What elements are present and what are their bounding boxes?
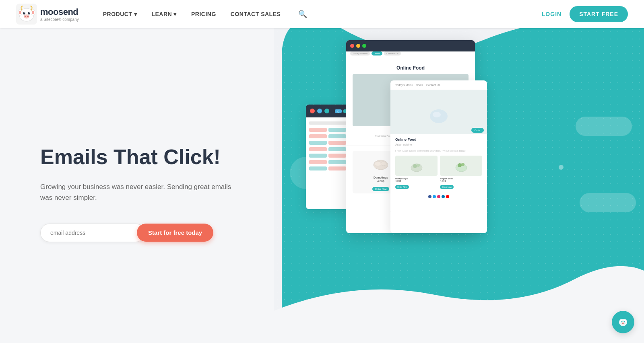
email-food-title: Online Food xyxy=(353,65,469,71)
ss-close-btn xyxy=(310,109,315,113)
svg-point-22 xyxy=(375,161,381,166)
fc-items: Dumplings 4.80$ Order Now xyxy=(395,156,482,189)
svg-point-6 xyxy=(23,12,25,14)
svg-point-9 xyxy=(29,12,30,13)
hero-section: Emails That Click! Growing your business… xyxy=(0,28,644,343)
fc-desc: Fresh Asian cuisine delivered to your do… xyxy=(395,149,482,152)
logo[interactable]: moosend a Sitecore® company xyxy=(16,4,79,25)
nav-product[interactable]: PRODUCT ▾ xyxy=(103,11,137,17)
nav-links: PRODUCT ▾ LEARN ▾ PRICING CONTACT SALES … xyxy=(103,10,542,18)
svg-point-7 xyxy=(28,12,30,14)
nav-pricing[interactable]: PRICING xyxy=(191,11,216,17)
chat-icon xyxy=(617,316,629,328)
fc-social-ig xyxy=(437,195,440,198)
mockup-container: ◻ ◻ ◻ xyxy=(314,40,483,314)
email-tab-contact: Contact Us xyxy=(384,51,401,55)
fc-item-1-img xyxy=(395,156,438,176)
fc-nav-contact: Contact Us xyxy=(426,84,440,86)
decorative-dot-1 xyxy=(559,165,564,170)
hero-form: Start for free today xyxy=(40,224,242,242)
hero-right: ◻ ◻ ◻ xyxy=(274,28,644,343)
start-free-button[interactable]: START FREE xyxy=(570,6,628,22)
cta-button[interactable]: Start for free today xyxy=(137,224,213,242)
svg-point-8 xyxy=(24,12,25,13)
svg-point-4 xyxy=(19,11,21,14)
email-min-btn xyxy=(356,44,360,48)
svg-point-43 xyxy=(622,323,623,324)
hero-subtitle: Growing your business was never easier. … xyxy=(40,181,233,203)
svg-point-30 xyxy=(433,112,441,117)
dumpling-order-btn: Order Now xyxy=(372,187,389,191)
svg-point-40 xyxy=(621,321,623,322)
svg-point-12 xyxy=(27,16,29,17)
fc-item-1-btn: Order Now xyxy=(395,185,409,189)
fc-content: Online Food Asian cuisine Fresh Asian cu… xyxy=(390,134,487,193)
search-icon[interactable]: 🔍 xyxy=(298,10,307,18)
nav-learn[interactable]: LEARN ▾ xyxy=(151,11,177,17)
email-tab-deals: Deals xyxy=(372,51,382,55)
decorative-pill-2 xyxy=(580,193,636,212)
chat-button[interactable] xyxy=(612,311,634,333)
fc-header-img: Order xyxy=(390,90,487,134)
brand-name: moosend xyxy=(40,7,79,17)
ss-max-btn xyxy=(324,109,329,113)
fc-title: Online Food xyxy=(395,138,482,142)
logo-text: moosend a Sitecore® company xyxy=(40,7,79,22)
fc-social-fb xyxy=(428,195,431,198)
floating-card: Today's Menu Deals Contact Us Order Onli… xyxy=(390,80,487,233)
fc-social-yt xyxy=(446,195,449,198)
fc-nav-menu: Today's Menu xyxy=(395,84,413,86)
fc-item-2-img xyxy=(440,156,482,176)
svg-point-41 xyxy=(624,321,625,322)
svg-point-44 xyxy=(623,323,624,324)
fc-nav-deals: Deals xyxy=(416,84,423,86)
navbar: moosend a Sitecore® company PRODUCT ▾ LE… xyxy=(0,0,644,28)
email-max-btn xyxy=(362,44,366,48)
svg-point-11 xyxy=(25,16,26,17)
fc-social-li xyxy=(442,195,445,198)
svg-point-32 xyxy=(413,164,417,168)
email-top-bar xyxy=(346,40,475,51)
fc-item-1-price: 4.80$ xyxy=(395,180,438,182)
email-close-btn xyxy=(350,44,354,48)
svg-point-5 xyxy=(32,11,34,14)
fc-item-2-price: 4.80$ xyxy=(440,180,482,182)
login-button[interactable]: LOGIN xyxy=(542,11,561,17)
fc-item-2: Vegan bowl 4.80$ Order Now xyxy=(440,156,482,189)
hero-left: Emails That Click! Growing your business… xyxy=(0,28,274,343)
fc-item-1: Dumplings 4.80$ Order Now xyxy=(395,156,438,189)
ss-min-btn xyxy=(317,109,322,113)
email-nav-tabs: Today's Menu Deals Contact Us xyxy=(346,51,475,59)
fc-social-tw xyxy=(433,195,436,198)
nav-right: LOGIN START FREE xyxy=(542,6,628,22)
svg-point-23 xyxy=(381,162,386,166)
brand-tagline: a Sitecore® company xyxy=(40,17,79,22)
fc-nav: Today's Menu Deals Contact Us xyxy=(390,80,487,90)
fc-subtitle: Asian cuisine xyxy=(395,143,482,146)
svg-point-33 xyxy=(417,164,420,167)
fc-item-2-btn: Order Now xyxy=(440,185,454,189)
nav-contact-sales[interactable]: CONTACT SALES xyxy=(231,11,281,17)
email-input[interactable] xyxy=(40,224,145,242)
decorative-pill-1 xyxy=(576,117,632,136)
logo-icon xyxy=(16,4,37,25)
fc-order-btn: Order xyxy=(471,128,484,133)
svg-point-36 xyxy=(461,163,464,166)
fc-social xyxy=(390,193,487,201)
svg-point-35 xyxy=(458,163,462,167)
hero-title: Emails That Click! xyxy=(40,145,242,169)
email-tab-menu: Today's Menu xyxy=(350,51,370,55)
